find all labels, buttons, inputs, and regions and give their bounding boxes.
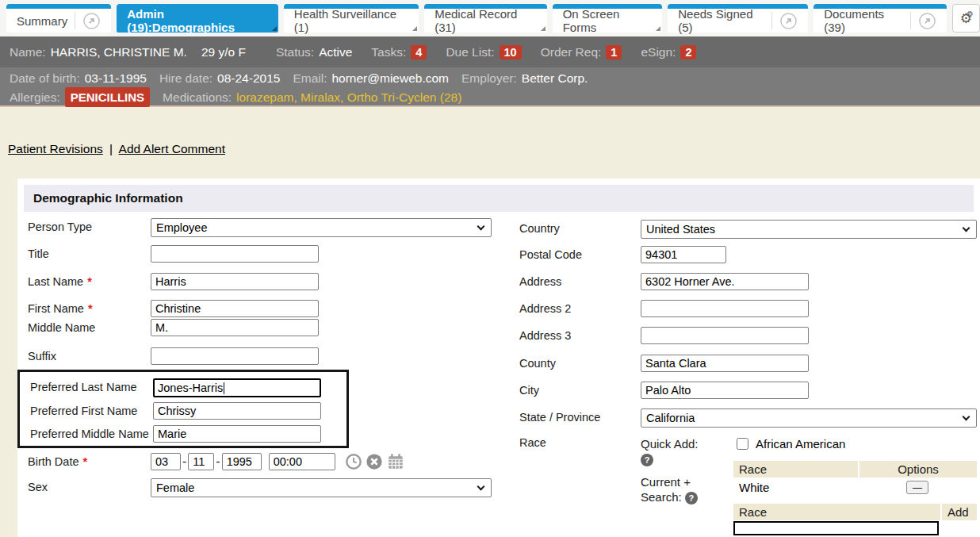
options-column-header: Options xyxy=(858,461,977,478)
address3-input[interactable] xyxy=(641,327,809,344)
birth-day-input[interactable] xyxy=(188,453,214,470)
required-marker: * xyxy=(82,455,87,468)
tasks-label: Tasks: xyxy=(371,45,406,59)
race-column-header: Race xyxy=(733,461,858,478)
last-name-input[interactable] xyxy=(151,273,319,290)
form-left-column: Person Type Employee Title Last Name* Fi… xyxy=(28,218,509,497)
form-right-column: Country United States Postal Code Addres… xyxy=(519,220,977,535)
birth-time-input[interactable] xyxy=(269,453,335,470)
race-content: African American Race Options White — Ra… xyxy=(733,434,977,535)
clear-date-icon[interactable] xyxy=(366,453,383,470)
person-type-select[interactable]: Employee xyxy=(151,218,492,237)
tab-documents[interactable]: Documents (39) xyxy=(813,4,946,33)
tab-menu-fold-icon xyxy=(656,26,660,31)
action-links: Patient Revisions | Add Alert Comment xyxy=(8,142,225,156)
dob-value: 03-11-1995 xyxy=(85,69,147,87)
tab-admin-demographics[interactable]: Admin (19):Demographics xyxy=(117,4,278,33)
tab-on-screen-forms-label: On Screen Forms xyxy=(563,7,653,34)
add-alert-comment-link[interactable]: Add Alert Comment xyxy=(119,142,225,155)
calendar-icon[interactable] xyxy=(386,453,405,470)
race-search-input[interactable] xyxy=(733,521,939,535)
city-input[interactable] xyxy=(641,382,809,399)
tab-needs-signed[interactable]: Needs Signed (5) xyxy=(668,4,808,33)
tab-health-surveillance-label: Health Surveillance (1) xyxy=(294,7,408,34)
preferred-last-name-label: Preferred Last Name xyxy=(30,378,153,394)
address2-label: Address 2 xyxy=(519,300,641,316)
county-label: County xyxy=(519,355,641,370)
status-value: Active xyxy=(319,45,352,59)
birth-date-label-text: Birth Date xyxy=(28,455,78,468)
birth-date-icons xyxy=(345,453,405,470)
patient-age-sex: 29 y/o F xyxy=(201,45,246,59)
email-label: Email: xyxy=(293,69,327,87)
state-province-select[interactable]: California xyxy=(641,409,977,428)
patient-name: HARRIS, CHRISTINE M. xyxy=(51,45,187,59)
chevron-down-icon xyxy=(963,224,970,232)
preferred-middle-name-label: Preferred Middle Name xyxy=(30,425,153,441)
title-input[interactable] xyxy=(151,245,319,263)
tab-on-screen-forms[interactable]: On Screen Forms xyxy=(553,4,663,33)
first-name-input[interactable] xyxy=(151,300,319,317)
tasks-count-badge[interactable]: 4 xyxy=(411,45,427,59)
patient-revisions-link[interactable]: Patient Revisions xyxy=(8,142,103,155)
sex-label: Sex xyxy=(28,478,151,494)
suffix-input[interactable] xyxy=(151,347,319,365)
race-current-table: Race Options White — xyxy=(733,461,977,497)
order-req-count-badge[interactable]: 1 xyxy=(606,45,622,59)
name-label: Name: xyxy=(10,45,46,59)
african-american-checkbox[interactable] xyxy=(737,438,748,450)
help-icon[interactable]: ? xyxy=(641,454,653,466)
settings-gear-button[interactable]: ⚙ ⚙ xyxy=(952,4,980,33)
birth-year-input[interactable] xyxy=(222,453,262,470)
sex-value: Female xyxy=(156,481,194,494)
postal-code-label: Postal Code xyxy=(519,246,641,262)
preferred-first-name-input[interactable] xyxy=(153,402,321,420)
country-select[interactable]: United States xyxy=(641,220,977,239)
tab-summary[interactable]: Summary xyxy=(6,4,111,33)
text-caret xyxy=(224,382,224,394)
race-quick-option[interactable]: African American xyxy=(737,437,977,451)
add-column-header: Add xyxy=(940,504,977,520)
open-chart-icon[interactable] xyxy=(779,12,798,30)
email-value: horner@mieweb.com xyxy=(331,69,449,87)
allergy-badge[interactable]: PENICILLINS xyxy=(65,87,150,107)
sex-select[interactable]: Female xyxy=(151,478,492,497)
demographics-panel: Demographic Information Person Type Empl… xyxy=(17,178,980,537)
tab-admin-label: Admin (19):Demographics xyxy=(127,7,268,34)
remove-race-button[interactable]: — xyxy=(906,481,928,494)
county-input[interactable] xyxy=(641,355,809,372)
allergies-label: Allergies: xyxy=(10,88,60,106)
current-search-label: Current + Search: ? xyxy=(641,474,733,504)
patient-summary-bar: Name: HARRIS, CHRISTINE M. 29 y/o F Stat… xyxy=(0,36,980,67)
birth-date-label: Birth Date* xyxy=(28,453,151,469)
tab-health-surveillance[interactable]: Health Surveillance (1) xyxy=(284,4,419,33)
open-chart-icon[interactable] xyxy=(918,12,936,30)
middle-name-label: Middle Name xyxy=(28,319,151,335)
tab-menu-fold-icon xyxy=(272,26,277,31)
address-input[interactable] xyxy=(641,273,809,290)
middle-name-input[interactable] xyxy=(151,319,319,336)
birth-month-input[interactable] xyxy=(151,453,181,470)
help-icon[interactable]: ? xyxy=(685,492,698,504)
preferred-middle-name-input[interactable] xyxy=(153,425,321,443)
esign-count-badge[interactable]: 2 xyxy=(680,45,696,59)
preferred-last-name-input[interactable]: Jones-Harris xyxy=(153,378,321,397)
postal-code-input[interactable] xyxy=(641,246,726,263)
link-separator: | xyxy=(109,142,113,155)
preferred-first-name-label: Preferred First Name xyxy=(30,402,153,418)
tab-medical-record-label: Medical Record (31) xyxy=(434,7,536,34)
chevron-down-icon xyxy=(477,483,485,491)
medications-list[interactable]: lorazepam, Miralax, Ortho Tri-Cyclen (28… xyxy=(236,88,461,106)
tab-medical-record[interactable]: Medical Record (31) xyxy=(424,4,546,33)
race-search-table: Race Add xyxy=(733,504,977,535)
race-label: Race xyxy=(519,434,641,450)
city-label: City xyxy=(519,382,641,397)
clock-icon[interactable] xyxy=(345,453,362,470)
hire-date-value: 08-24-2015 xyxy=(217,69,280,87)
date-separator: - xyxy=(182,455,186,469)
last-name-label-text: Last Name xyxy=(28,275,83,288)
open-chart-icon[interactable] xyxy=(82,12,101,30)
title-label: Title xyxy=(28,245,151,261)
address2-input[interactable] xyxy=(641,300,809,317)
due-list-count-badge[interactable]: 10 xyxy=(500,45,522,59)
